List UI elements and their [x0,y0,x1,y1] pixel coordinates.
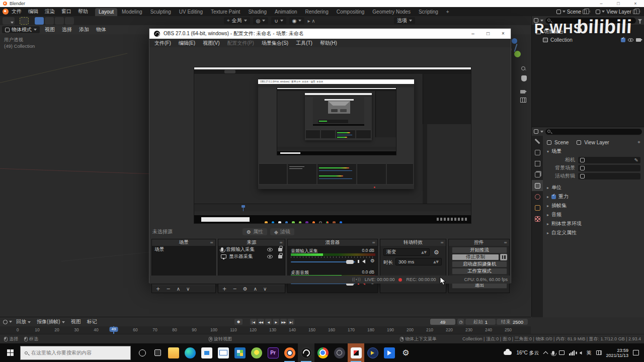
move-down-icon[interactable]: ∨ [263,286,267,292]
lock-icon[interactable] [278,248,282,251]
volume-slider-handle[interactable] [346,260,354,264]
auto-keyframe-button[interactable]: ● [234,319,243,325]
obs-titlebar[interactable]: OBS 27.0.1 (64-bit, windows) - 配置文件: 未命名… [149,29,511,39]
select-mode-lasso-button[interactable] [65,17,74,25]
move-down-icon[interactable]: ∨ [186,286,190,292]
transform-orientation-dropdown[interactable]: ⌖全局 [224,17,250,24]
viewport-menu-item[interactable]: 选择 [62,26,72,33]
gizmo-z-axis[interactable] [512,38,517,44]
workspace-tab[interactable]: Shading [245,8,270,16]
timeline-menu-item[interactable]: 视图 [71,318,81,325]
mixer-panel-header[interactable]: 混音器≡ [288,239,377,246]
workspace-tab[interactable]: Modeling [118,8,146,16]
breadcrumb-viewlayer[interactable]: View Layer [584,140,609,145]
studio-mode-button[interactable]: 工作室模式 [452,268,507,275]
obs-menu-item[interactable]: 工具(T) [296,40,312,47]
workspace-tab[interactable]: + [443,8,453,16]
collapsed-section-row[interactable]: ▸插帧集 [547,201,640,210]
current-frame-badge[interactable]: 49 [110,327,118,332]
lock-icon[interactable] [278,255,282,258]
current-frame-field[interactable]: 49 [430,319,455,325]
orthographic-toggle-icon[interactable] [520,98,526,103]
source-list-item[interactable]: 音频输入采集 [218,246,285,253]
new-scene-icon[interactable] [583,10,587,14]
workspace-tab[interactable]: Texture Paint [207,8,244,16]
file-explorer[interactable] [165,343,182,362]
source-properties-icon[interactable]: ⚙ [243,286,248,292]
jump-end-icon[interactable]: ▶| [288,319,294,325]
tray-microphone-icon[interactable] [552,351,554,355]
panel-menu-icon[interactable]: ≡ [504,240,507,245]
sources-panel-header[interactable]: 来源≡ [218,239,285,246]
viewlayer-selector[interactable]: View Layer × [596,9,641,15]
new-viewlayer-icon[interactable] [633,10,637,14]
collapsed-section-row[interactable]: ▸自定义属性 [547,228,640,237]
obs-menu-item[interactable]: 文件(F) [154,40,171,47]
pin-icon[interactable]: ⌖ [637,139,640,145]
play-icon[interactable]: ▶ [273,319,279,325]
ime-icon[interactable] [596,350,602,355]
clock[interactable]: 23:59 2021/11/13 [606,348,628,358]
hide-eye-icon[interactable] [628,38,633,42]
frame-start-field[interactable]: 起始1 [465,319,496,325]
viewlayer-properties-tab[interactable] [532,169,543,180]
active-clip-field[interactable] [578,173,640,179]
workspace-tab[interactable]: Layout [95,8,117,16]
volume-slider[interactable] [291,261,355,262]
workspace-tab[interactable]: UV Editing [176,8,206,16]
viewport-menu-item[interactable]: 视图 [45,26,55,33]
obs-close-button[interactable]: × [496,29,511,39]
select-mode-circle-button[interactable] [55,17,64,25]
workspace-tab[interactable]: Sculpting [147,8,175,16]
taskbar-search[interactable] [20,346,131,360]
notification-center-icon[interactable] [633,350,639,355]
stop-recording-button[interactable]: 停止录制 [452,254,499,260]
maximize-button[interactable]: □ [610,0,627,7]
visibility-eye-icon[interactable] [267,248,273,251]
volume-icon[interactable] [579,351,582,354]
timeline-menu-item[interactable]: 标记 [87,318,97,325]
visibility-eye-icon[interactable] [267,255,273,258]
pivot-point-dropdown[interactable]: ◎ [253,17,269,24]
obs-minimize-button[interactable]: – [465,29,480,39]
breadcrumb-scene[interactable]: Scene [554,140,569,145]
topbar-menu-item[interactable]: 编辑 [28,8,38,15]
jump-start-icon[interactable]: |◀ [250,319,257,325]
obs-menu-item[interactable]: 配置文件(P) [227,40,254,47]
network-icon[interactable] [569,350,575,355]
mail[interactable] [215,343,231,362]
topbar-menu-item[interactable]: 窗口 [61,8,71,15]
prev-keyframe-icon[interactable]: ◀◀ [258,319,264,325]
mode-dropdown[interactable]: 物体模式 [2,26,40,33]
cortana-button[interactable] [135,343,150,362]
controls-panel-header[interactable]: 控件≡ [449,239,509,246]
snap-toggle[interactable]: ∪ [271,17,286,24]
obs[interactable] [298,343,314,362]
blender-menu-icon[interactable] [3,9,9,15]
next-keyframe-icon[interactable]: ▶▶ [280,319,287,325]
select-mode-tweak-button[interactable] [35,17,44,25]
gravity-checkbox[interactable] [551,195,556,199]
topbar-menu-item[interactable]: 渲染 [45,8,55,15]
duration-field[interactable]: 300 ms▲▼ [395,258,442,265]
start-streaming-button[interactable]: 开始推流 [452,247,507,253]
tool-properties-tab[interactable] [532,136,543,147]
channel-settings-icon[interactable]: ⚙ [370,258,375,263]
obs-menu-item[interactable]: 场景集合(S) [262,40,288,47]
obs-menu-item[interactable]: 视图(V) [203,40,219,47]
ime-language[interactable]: 英 [587,349,592,356]
source-properties-button[interactable]: ⚙属性 [243,228,267,235]
start-virtual-camera-button[interactable]: 启动虚拟摄像机 [452,261,507,267]
obs-menu-item[interactable]: 编辑(E) [179,40,195,47]
zoom-icon[interactable] [521,63,528,70]
move-up-icon[interactable]: ∧ [254,286,257,292]
proportional-edit-dropdown[interactable]: ◉ [289,17,305,24]
collapsed-section-row[interactable]: ▸单位 [547,183,640,192]
weather-text[interactable]: 16°C 多云 [516,349,539,356]
panel-menu-icon[interactable]: ≡ [372,240,375,245]
viewport-menu-item[interactable]: 物体 [96,26,106,33]
physics-properties-tab[interactable] [532,213,543,224]
store[interactable] [198,343,215,362]
close-button[interactable]: × [627,0,644,7]
timeline-menu-item[interactable]: 回放 [16,318,31,325]
